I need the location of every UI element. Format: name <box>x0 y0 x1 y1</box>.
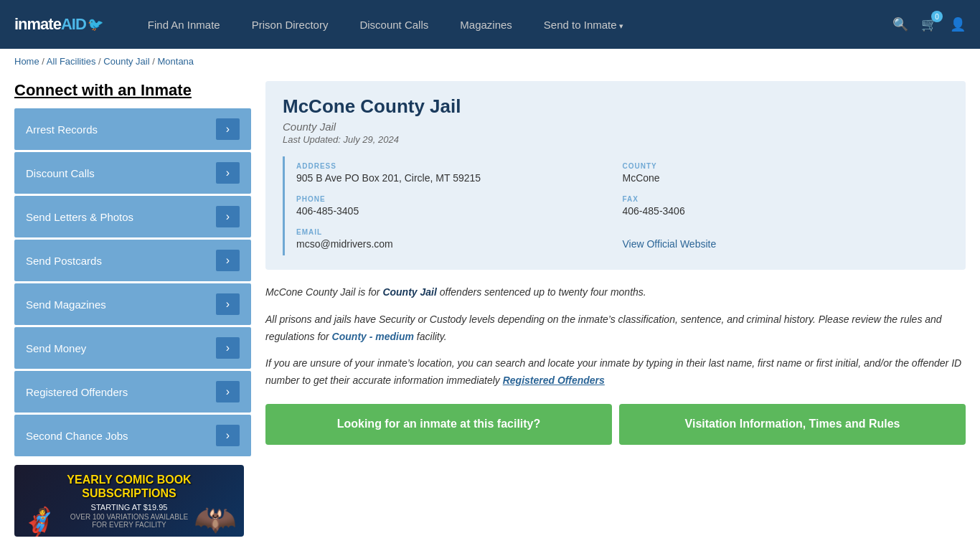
breadcrumb: Home / All Facilities / County Jail / Mo… <box>0 49 980 74</box>
ad-subtitle: STARTING AT $19.95 <box>65 503 194 512</box>
sidebar-item-send-magazines[interactable]: Send Magazines › <box>14 283 251 325</box>
fax-value: 406-485-3406 <box>623 205 949 217</box>
logo[interactable]: inmateAID 🐦 <box>14 15 103 34</box>
fax-label: FAX <box>623 195 949 203</box>
facility-updated: Last Updated: July 29, 2024 <box>283 134 948 145</box>
cart-icon[interactable]: 🛒 0 <box>921 17 937 32</box>
sidebar-arrow-send-money: › <box>216 337 240 359</box>
county-medium-link[interactable]: County - medium <box>332 331 414 342</box>
sidebar-arrow-discount-calls: › <box>216 162 240 184</box>
breadcrumb-montana[interactable]: Montana <box>157 56 194 67</box>
breadcrumb-county-jail[interactable]: County Jail <box>103 56 149 67</box>
address-value: 905 B Ave PO Box 201, Circle, MT 59215 <box>296 172 623 184</box>
facility-type: County Jail <box>283 121 948 133</box>
breadcrumb-home[interactable]: Home <box>14 56 39 67</box>
info-fax: FAX 406-485-3406 <box>623 189 949 222</box>
description-para2: All prisons and jails have Security or C… <box>265 311 966 346</box>
breadcrumb-all-facilities[interactable]: All Facilities <box>47 56 96 67</box>
logo-text: inmateAID <box>14 15 86 34</box>
nav-icons: 🔍 🛒 0 👤 <box>892 17 966 32</box>
nav-find-inmate[interactable]: Find An Inmate <box>132 19 236 31</box>
sidebar-item-discount-calls[interactable]: Discount Calls › <box>14 152 251 194</box>
user-icon[interactable]: 👤 <box>950 17 966 32</box>
cart-badge: 0 <box>931 11 943 22</box>
search-icon[interactable]: 🔍 <box>892 17 908 32</box>
ad-title: YEARLY COMIC BOOKSUBSCRIPTIONS <box>65 473 194 500</box>
nav-discount-calls[interactable]: Discount Calls <box>344 19 444 31</box>
sidebar-arrow-registered-offenders: › <box>216 381 240 402</box>
main-layout: Connect with an Inmate Arrest Records › … <box>0 74 980 551</box>
nav-prison-directory[interactable]: Prison Directory <box>236 19 344 31</box>
ad-sub2: OVER 100 VARIATIONS AVAILABLE FOR EVERY … <box>65 513 194 529</box>
sidebar-menu: Arrest Records › Discount Calls › Send L… <box>14 108 251 456</box>
description-para1: McCone County Jail is for County Jail of… <box>265 284 966 301</box>
phone-label: PHONE <box>296 195 623 203</box>
facility-name: McCone County Jail <box>283 95 948 118</box>
county-jail-link[interactable]: County Jail <box>382 286 436 298</box>
website-link[interactable]: View Official Website <box>623 238 717 250</box>
county-label: COUNTY <box>623 162 949 170</box>
ad-banner[interactable]: 🦸 YEARLY COMIC BOOKSUBSCRIPTIONS STARTIN… <box>14 465 244 537</box>
content-area: McCone County Jail County Jail Last Upda… <box>265 81 966 537</box>
sidebar-item-registered-offenders[interactable]: Registered Offenders › <box>14 371 251 413</box>
navigation: inmateAID 🐦 Find An Inmate Prison Direct… <box>0 0 980 49</box>
description-para3: If you are unsure of your inmate’s locat… <box>265 355 966 390</box>
county-value: McCone <box>623 172 949 184</box>
sidebar-arrow-arrest-records: › <box>216 118 240 140</box>
ad-hero-icon-left: 🦸 <box>22 508 57 537</box>
nav-send-to-inmate[interactable]: Send to Inmate <box>528 19 639 31</box>
facility-card: McCone County Jail County Jail Last Upda… <box>265 81 966 270</box>
phone-value: 406-485-3405 <box>296 205 623 217</box>
ad-hero-icon-right: 🦇 <box>194 502 237 537</box>
bottom-buttons: Looking for an inmate at this facility? … <box>265 404 966 445</box>
email-label: EMAIL <box>296 228 623 236</box>
info-address: ADDRESS 905 B Ave PO Box 201, Circle, MT… <box>296 156 623 189</box>
sidebar-arrow-second-chance-jobs: › <box>216 425 240 446</box>
sidebar-item-send-postcards[interactable]: Send Postcards › <box>14 240 251 281</box>
email-value: mcso@midrivers.com <box>296 238 623 250</box>
facility-description: McCone County Jail is for County Jail of… <box>265 284 966 390</box>
info-county: COUNTY McCone <box>623 156 949 189</box>
nav-links: Find An Inmate Prison Directory Discount… <box>132 19 892 31</box>
sidebar: Connect with an Inmate Arrest Records › … <box>14 81 251 537</box>
info-email: EMAIL mcso@midrivers.com <box>296 222 623 255</box>
info-phone: PHONE 406-485-3405 <box>296 189 623 222</box>
sidebar-arrow-send-magazines: › <box>216 293 240 315</box>
find-inmate-button[interactable]: Looking for an inmate at this facility? <box>265 404 612 445</box>
nav-magazines[interactable]: Magazines <box>444 19 528 31</box>
sidebar-item-send-letters[interactable]: Send Letters & Photos › <box>14 196 251 237</box>
visitation-button[interactable]: Visitation Information, Times and Rules <box>619 404 966 445</box>
facility-info-grid: ADDRESS 905 B Ave PO Box 201, Circle, MT… <box>283 156 948 255</box>
sidebar-title: Connect with an Inmate <box>14 81 251 100</box>
address-label: ADDRESS <box>296 162 623 170</box>
sidebar-item-send-money[interactable]: Send Money › <box>14 327 251 369</box>
sidebar-arrow-send-letters: › <box>216 206 240 227</box>
sidebar-item-second-chance-jobs[interactable]: Second Chance Jobs › <box>14 415 251 456</box>
logo-icon: 🐦 <box>88 17 103 32</box>
sidebar-arrow-send-postcards: › <box>216 250 240 271</box>
sidebar-item-arrest-records[interactable]: Arrest Records › <box>14 108 251 150</box>
info-website: View Official Website <box>623 222 949 255</box>
registered-offenders-link[interactable]: Registered Offenders <box>503 375 605 386</box>
